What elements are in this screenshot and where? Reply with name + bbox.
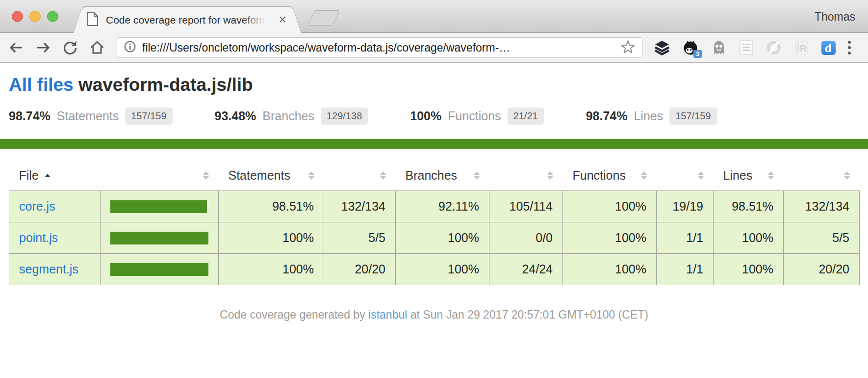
- column-header-sorter[interactable]: [489, 157, 563, 191]
- metric-fraction-badge: 129/138: [321, 108, 368, 125]
- sort-toggle-icon[interactable]: [203, 171, 209, 180]
- column-header-content: [499, 171, 553, 180]
- column-header-content: Functions: [573, 168, 647, 183]
- coverage-bar: [110, 200, 208, 213]
- new-tab-button[interactable]: [307, 10, 340, 26]
- value-cell: 24/24: [489, 254, 563, 285]
- url-text: file:///Users/oncletom/workspace/wavefor…: [142, 41, 614, 54]
- value-cell: 100%: [219, 254, 324, 285]
- column-label: Statements: [229, 168, 290, 183]
- bookmark-star-icon[interactable]: [620, 39, 636, 56]
- metric-fraction-badge: 157/159: [669, 108, 716, 125]
- value-cell: 100%: [563, 254, 657, 285]
- column-header-sorter[interactable]: [101, 157, 219, 191]
- sort-toggle-icon[interactable]: [308, 171, 314, 180]
- file-link[interactable]: segment.js: [19, 262, 78, 276]
- column-header-functions[interactable]: Functions: [563, 157, 657, 191]
- summary-metric: 100%Functions21/21: [410, 108, 543, 125]
- file-cell: core.js: [9, 191, 101, 222]
- coverage-bar-fill: [110, 263, 208, 276]
- file-link[interactable]: point.js: [19, 231, 58, 244]
- sort-toggle-icon[interactable]: [768, 171, 774, 180]
- back-button[interactable]: [8, 39, 25, 56]
- metric-fraction-badge: 21/21: [508, 108, 544, 125]
- column-label: File: [19, 168, 39, 183]
- value-cell: 100%: [714, 254, 784, 285]
- column-label: Lines: [723, 168, 753, 183]
- sort-down-arrow: [698, 176, 704, 180]
- column-header-content: Branches: [406, 168, 480, 183]
- sort-toggle-icon[interactable]: [380, 171, 386, 180]
- ghostery-extension-icon[interactable]: [711, 40, 727, 55]
- tab-close-icon[interactable]: ×: [277, 13, 288, 27]
- page-info-icon[interactable]: [124, 40, 136, 55]
- istanbul-link[interactable]: istanbul: [368, 308, 407, 321]
- value-cell: 98.51%: [714, 191, 784, 222]
- sort-up-arrow: [698, 171, 704, 175]
- home-button[interactable]: [89, 39, 105, 56]
- column-header-content: Statements: [229, 168, 314, 183]
- sort-down-arrow: [308, 176, 314, 180]
- circle-swirl-extension-icon[interactable]: [766, 40, 782, 55]
- page-title: All files waveform-data.js/lib: [9, 75, 868, 95]
- page-document-icon: [86, 12, 99, 28]
- tab-title: Code coverage report for waveform-data.j…: [106, 14, 270, 26]
- r-extension-icon[interactable]: R: [794, 40, 809, 55]
- sort-asc-icon: [45, 174, 51, 177]
- close-window-button[interactable]: [12, 11, 23, 22]
- metric-value: 93.48%: [215, 109, 256, 123]
- value-cell: 100%: [563, 191, 657, 222]
- sort-down-arrow: [203, 176, 209, 180]
- sort-toggle-icon[interactable]: [844, 171, 850, 180]
- value-cell: 1/1: [657, 254, 714, 285]
- table-row: segment.js100%20/20100%24/24100%1/1100%2…: [9, 254, 860, 285]
- footer-text-suffix: at Sun Jan 29 2017 20:57:01 GMT+0100 (CE…: [407, 308, 648, 321]
- sort-up-arrow: [474, 171, 480, 175]
- column-header-sorter[interactable]: [784, 157, 860, 191]
- summary-metric: 98.74%Statements157/159: [9, 108, 173, 125]
- value-cell: 132/134: [784, 191, 860, 222]
- column-header-file[interactable]: File: [9, 157, 101, 191]
- column-header-statements[interactable]: Statements: [219, 157, 324, 191]
- sort-toggle-icon[interactable]: [547, 171, 553, 180]
- file-cell: segment.js: [9, 254, 101, 285]
- value-cell: 100%: [396, 254, 489, 285]
- value-cell: 5/5: [784, 222, 860, 254]
- sort-toggle-icon[interactable]: [698, 171, 704, 180]
- column-header-lines[interactable]: Lines: [714, 157, 784, 191]
- column-header-branches[interactable]: Branches: [396, 157, 489, 191]
- reload-button[interactable]: [62, 39, 78, 56]
- sort-down-arrow: [474, 176, 480, 180]
- column-header-sorter[interactable]: [657, 157, 714, 191]
- profile-name[interactable]: Thomas: [815, 10, 855, 24]
- file-link[interactable]: core.js: [19, 199, 55, 213]
- breadcrumb-all-files-link[interactable]: All files: [9, 75, 74, 95]
- value-cell: 0/0: [489, 222, 563, 254]
- coverage-report-page: All files waveform-data.js/lib 98.74%Sta…: [0, 63, 868, 322]
- browser-menu-icon[interactable]: [848, 41, 851, 54]
- github-extension-icon[interactable]: 3: [682, 39, 699, 56]
- forward-button[interactable]: [35, 39, 51, 56]
- value-cell: 20/20: [784, 254, 860, 285]
- sort-down-arrow: [641, 176, 647, 180]
- d-extension-icon[interactable]: d: [821, 40, 836, 55]
- sort-toggle-icon[interactable]: [474, 171, 480, 180]
- table-body: core.js98.51%132/13492.11%105/114100%19/…: [9, 191, 860, 285]
- value-cell: 105/114: [489, 191, 563, 222]
- sort-down-arrow: [547, 176, 553, 180]
- column-header-sorter[interactable]: [324, 157, 396, 191]
- address-bar[interactable]: file:///Users/oncletom/workspace/wavefor…: [117, 37, 642, 58]
- sort-up-arrow: [547, 171, 553, 175]
- minimize-window-button[interactable]: [29, 11, 41, 22]
- zoom-window-button[interactable]: [47, 11, 58, 22]
- sort-up-arrow: [844, 171, 850, 175]
- reading-list-extension-icon[interactable]: [739, 40, 754, 55]
- table-row: point.js100%5/5100%0/0100%1/1100%5/5: [9, 222, 860, 254]
- svg-text:d: d: [825, 42, 831, 54]
- column-label: Functions: [573, 168, 626, 183]
- layers-extension-icon[interactable]: [654, 40, 670, 55]
- column-header-content: [110, 171, 209, 180]
- value-cell: 5/5: [324, 222, 396, 254]
- sort-toggle-icon[interactable]: [641, 171, 647, 180]
- browser-tab[interactable]: Code coverage report for waveform-data.j…: [84, 6, 290, 33]
